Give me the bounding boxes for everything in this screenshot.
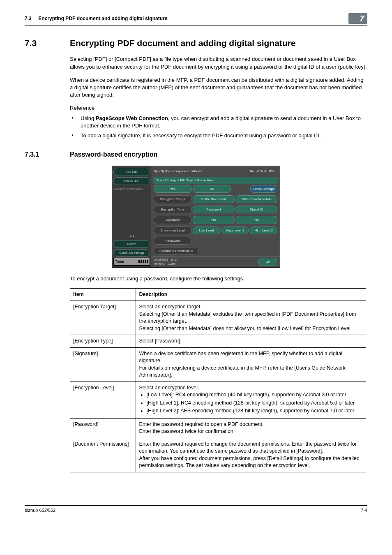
broadcast-label: Broadcast Destinations [113,186,150,192]
table-header-item: Item [70,288,136,301]
dest-counter: No. of Dest. 000 [247,168,277,175]
password-row-label[interactable]: Password [154,237,191,245]
check-job-settings-button[interactable]: Check Job Settings [113,249,150,257]
instruction-text: Specify the encryption conditions. [154,169,203,173]
section-heading: 7.3 Encrypting PDF document and adding d… [25,37,367,49]
high-level-2-button[interactable]: High Level 2 [250,227,277,234]
signature-no-button[interactable]: No [236,216,278,224]
encryption-type-label: Encryption Type [154,206,191,213]
mfp-screenshot: Job List Check Job Broadcast Destination… [25,166,367,267]
cell-encryption-type: [Encryption Type] [70,335,136,348]
footer-page: 7-4 [361,507,367,513]
table-row: [Signature] When a device certificate ha… [70,347,366,382]
encrypt-no-button[interactable]: No [193,185,231,193]
table-row: [Encryption Type] Select [Password]. [70,335,366,348]
entire-document-button[interactable]: Entire Document [193,195,235,203]
encrypt-yes-button[interactable]: Yes [154,185,192,193]
check-job-button[interactable]: Check Job [113,177,150,185]
page-header: 7.3 Encrypting PDF document and adding d… [25,13,367,25]
low-level-button[interactable]: Low Level [193,227,220,234]
cell-encryption-target-desc: Select an encryption target. Selecting [… [136,301,366,335]
high-level-1-button[interactable]: High Level 1 [221,227,249,234]
toner-indicator: Toner [113,258,150,266]
para-2: When a device certificate is registered … [70,76,367,99]
document-permissions-label[interactable]: Document Permissions [154,247,199,255]
encryption-level-label: Encryption Level [154,227,191,234]
signature-yes-button[interactable]: Yes [193,216,235,224]
table-row: [Encryption Level] Select an encryption … [70,382,366,418]
page-footer: bizhub 652/552 7-4 [25,505,367,513]
reference-label: Reference [70,104,367,112]
mfp-left-column: Job List Check Job Broadcast Destination… [112,166,151,267]
table-row: [Password] Enter the password required t… [70,418,366,438]
breadcrumb: Scan Settings > File Type > Encryption [153,177,278,184]
cell-encryption-level: [Encryption Level] [70,382,136,418]
cell-password: [Password] [70,418,136,438]
cell-doc-permissions-desc: Enter the password required to change th… [136,438,366,472]
header-section-num: 7.3 [25,16,32,21]
cell-encryption-level-desc: Select an encryption level. [Low Level]:… [136,382,366,418]
ok-button[interactable]: OK [258,258,277,266]
cell-signature-desc: When a device certificate has been regis… [136,347,366,382]
header-section-title: Encrypting PDF document and adding digit… [38,16,167,21]
cell-doc-permissions: [Document Permissions] [70,438,136,472]
subsection-number: 7.3.1 [25,150,53,159]
mfp-panel: Job List Check Job Broadcast Destination… [112,166,280,267]
mfp-top-bar: Specify the encryption conditions. No. o… [151,166,280,176]
cell-encryption-target: [Encryption Target] [70,301,136,335]
table-row: [Document Permissions] Enter the passwor… [70,438,366,472]
section-title-text: Encrypting PDF document and adding digit… [70,37,296,49]
section-number: 7.3 [25,37,53,49]
chapter-badge: 7 [348,13,367,24]
footer-model: bizhub 652/552 [25,507,55,513]
settings-table: Item Description [Encryption Target] Sel… [70,288,366,472]
reference-item-2: To add a digital signature, it is necess… [70,132,367,139]
table-intro: To encrypt a document using a password, … [70,275,367,282]
cell-encryption-type-desc: Select [Password]. [136,335,366,348]
digital-id-button[interactable]: Digital ID [236,206,278,213]
para-1: Selecting [PDF] or [Compact PDF] as a fi… [70,56,367,70]
cell-signature: [Signature] [70,347,136,382]
other-than-metadata-button[interactable]: Other than Metadata [236,195,278,203]
mfp-right-column: Specify the encryption conditions. No. o… [151,166,280,267]
mfp-footer: 09/05/2008 11:17 Memory 100% OK [151,256,280,267]
detail-settings-button[interactable]: Detail Settings [250,185,277,193]
header-left: 7.3 Encrypting PDF document and adding d… [25,15,167,22]
subsection-title-text: Password-based encryption [70,150,157,159]
table-header-description: Description [136,288,366,301]
job-list-button[interactable]: Job List [113,168,150,176]
subsection-heading: 7.3.1 Password-based encryption [25,150,367,159]
reference-item-1: Using PageScope Web Connection, you can … [70,115,367,130]
toner-bars-icon [138,260,148,263]
reference-list: Using PageScope Web Connection, you can … [70,115,367,140]
signature-label: Signature [154,216,191,224]
pager-label: 1/ 1 [113,233,150,239]
cell-password-desc: Enter the password required to open a PD… [136,418,366,438]
encryption-target-label: Encryption Target [154,195,191,203]
delete-button[interactable]: Delete [113,240,150,248]
password-type-button[interactable]: Password [193,206,235,213]
table-row: [Encryption Target] Select an encryption… [70,301,366,335]
